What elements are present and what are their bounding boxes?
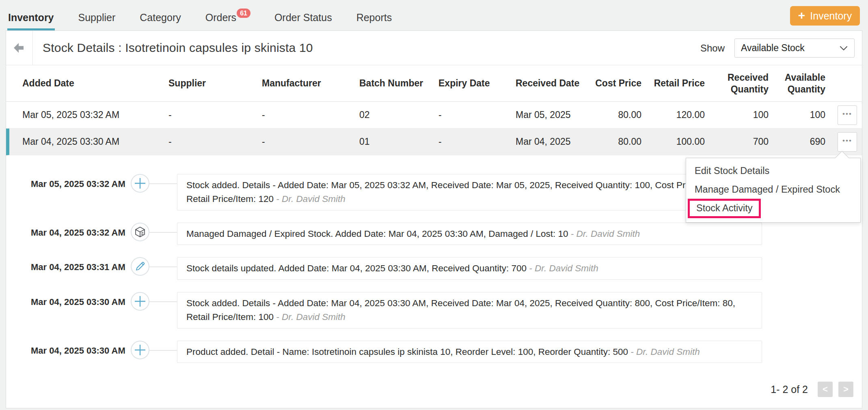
activity-text: Stock added. Details - Added Date: Mar 0… <box>186 180 735 204</box>
cell-added-date: Mar 05, 2025 03:32 AM <box>22 109 168 120</box>
cell-received-date: Mar 04, 2025 <box>516 136 594 147</box>
cell-batch-number: 02 <box>359 109 438 120</box>
cell-received-quantity: 700 <box>705 136 769 147</box>
activity-text: Stock details updated. Added Date: Mar 0… <box>186 263 527 273</box>
nav-tabs: Inventory Supplier Category Orders61 Ord… <box>7 4 393 30</box>
connector-line <box>149 232 177 233</box>
cell-manufacturer: - <box>262 136 359 147</box>
activity-author: - Dr. David Smith <box>571 229 640 239</box>
activity-entry: Mar 04, 2025 03:30 AM Stock added. Detai… <box>6 292 862 328</box>
add-inventory-button[interactable]: + Inventory <box>790 6 860 26</box>
app-root: Inventory Supplier Category Orders61 Ord… <box>0 0 868 410</box>
connector-line <box>149 266 177 267</box>
activity-date: Mar 04, 2025 03:32 AM <box>31 223 131 238</box>
activity-entry: Mar 04, 2025 03:31 AM Stock details upda… <box>6 257 862 280</box>
row-more-options-button[interactable]: ••• <box>838 132 857 152</box>
show-filter: Show Available Stock <box>700 31 855 65</box>
pagination-label: 1- 2 of 2 <box>771 384 808 395</box>
cell-received-date: Mar 05, 2025 <box>516 109 594 120</box>
col-available-quantity: Available Quantity <box>769 72 825 95</box>
back-button[interactable] <box>6 31 33 65</box>
cell-supplier: - <box>168 136 262 147</box>
tab-orders-label: Orders <box>205 12 236 23</box>
col-expiry-date: Expiry Date <box>438 77 516 89</box>
cell-retail-price: 120.00 <box>641 109 705 120</box>
col-supplier: Supplier <box>168 77 262 89</box>
plus-circle-icon <box>131 174 149 193</box>
cell-available-quantity: 100 <box>769 109 825 120</box>
plus-circle-icon <box>131 292 149 311</box>
menu-item-manage-damaged-expired-stock[interactable]: Manage Damaged / Expired Stock <box>686 180 860 199</box>
connector-line <box>149 183 177 184</box>
menu-item-edit-stock-details[interactable]: Edit Stock Details <box>686 161 860 180</box>
page-title: Stock Details : Isotretinoin capsules ip… <box>43 41 313 55</box>
next-page-button[interactable]: > <box>838 382 853 397</box>
col-retail-price: Retail Price <box>641 77 705 89</box>
activity-message: Product added. Detail - Name: Isotretino… <box>177 341 762 363</box>
cell-available-quantity: 690 <box>769 136 825 147</box>
activity-author: - Dr. David Smith <box>630 347 700 357</box>
activity-date: Mar 04, 2025 03:30 AM <box>31 341 131 356</box>
chevron-right-icon: > <box>843 384 849 395</box>
cell-expiry-date: - <box>438 109 516 120</box>
orders-count-badge: 61 <box>237 9 250 18</box>
activity-text: Stock added. Details - Added Date: Mar 0… <box>186 298 735 322</box>
table-row[interactable]: Mar 05, 2025 03:32 AM - - 02 - Mar 05, 2… <box>6 102 862 129</box>
col-batch-number: Batch Number <box>359 77 438 89</box>
cell-retail-price: 100.00 <box>641 136 705 147</box>
connector-line <box>149 301 177 302</box>
plus-icon: + <box>798 9 805 21</box>
show-stock-value: Available Stock <box>741 43 805 54</box>
cell-manufacturer: - <box>262 109 359 120</box>
top-nav: Inventory Supplier Category Orders61 Ord… <box>0 0 868 30</box>
tab-inventory[interactable]: Inventory <box>7 4 55 30</box>
table-header: Added Date Supplier Manufacturer Batch N… <box>6 65 862 102</box>
cell-cost-price: 80.00 <box>594 136 641 147</box>
cell-added-date: Mar 04, 2025 03:30 AM <box>22 136 168 147</box>
stock-details-panel: Stock Details : Isotretinoin capsules ip… <box>6 30 862 408</box>
cell-received-quantity: 100 <box>705 109 769 120</box>
activity-date: Mar 04, 2025 03:31 AM <box>31 257 131 273</box>
activity-message: Managed Damaged / Expired Stock. Added D… <box>177 223 762 245</box>
tab-category[interactable]: Category <box>139 4 181 30</box>
back-arrow-icon <box>13 43 26 53</box>
menu-item-stock-activity[interactable]: Stock Activity <box>688 199 761 218</box>
package-icon <box>131 223 149 241</box>
show-label: Show <box>700 43 725 54</box>
tab-orders[interactable]: Orders61 <box>205 4 251 30</box>
activity-entry: Mar 04, 2025 03:32 AM Managed Damaged / … <box>6 223 862 245</box>
cell-supplier: - <box>168 109 262 120</box>
prev-page-button[interactable]: < <box>818 382 833 397</box>
pencil-icon <box>131 257 149 276</box>
activity-text: Managed Damaged / Expired Stock. Added D… <box>186 229 568 239</box>
activity-date: Mar 04, 2025 03:30 AM <box>31 292 131 307</box>
tab-supplier[interactable]: Supplier <box>78 4 117 30</box>
row-actions-menu: Edit Stock Details Manage Damaged / Expi… <box>686 158 861 223</box>
cell-batch-number: 01 <box>359 136 438 147</box>
activity-text: Product added. Detail - Name: Isotretino… <box>186 347 628 357</box>
show-stock-select[interactable]: Available Stock <box>734 39 855 58</box>
col-received-date: Received Date <box>516 77 594 89</box>
plus-circle-icon <box>131 341 149 359</box>
tab-order-status[interactable]: Order Status <box>274 4 333 30</box>
add-inventory-label: Inventory <box>810 10 852 22</box>
activity-entry: Mar 04, 2025 03:30 AM Product added. Det… <box>6 341 862 363</box>
activity-author: - Dr. David Smith <box>276 194 345 204</box>
activity-message: Stock added. Details - Added Date: Mar 0… <box>177 292 762 328</box>
col-received-quantity: Received Quantity <box>705 72 769 95</box>
table-row-selected[interactable]: Mar 04, 2025 03:30 AM - - 01 - Mar 04, 2… <box>6 129 862 155</box>
activity-message: Stock added. Details - Added Date: Mar 0… <box>177 174 762 210</box>
activity-author: - Dr. David Smith <box>529 263 598 273</box>
tab-reports[interactable]: Reports <box>356 4 393 30</box>
activity-message: Stock details updated. Added Date: Mar 0… <box>177 257 762 280</box>
cell-cost-price: 80.00 <box>594 109 641 120</box>
row-more-options-button[interactable]: ••• <box>838 105 857 125</box>
activity-date: Mar 05, 2025 03:32 AM <box>31 174 131 189</box>
connector-line <box>149 350 177 351</box>
pagination: 1- 2 of 2 < > <box>771 382 853 397</box>
panel-header: Stock Details : Isotretinoin capsules ip… <box>6 31 862 65</box>
col-cost-price: Cost Price <box>594 77 641 89</box>
chevron-down-icon <box>840 46 848 51</box>
col-added-date: Added Date <box>22 77 168 89</box>
activity-author: - Dr. David Smith <box>276 312 345 322</box>
